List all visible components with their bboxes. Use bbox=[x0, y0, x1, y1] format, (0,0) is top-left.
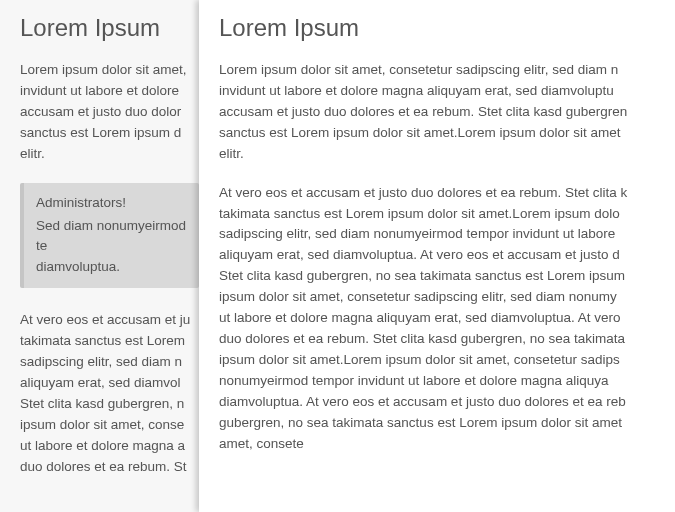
right-heading: Lorem Ipsum bbox=[219, 14, 675, 42]
text-line: invidunt ut labore et dolore magna aliqu… bbox=[219, 81, 675, 102]
text-line: ipsum dolor sit amet.Lorem ipsum dolor s… bbox=[219, 350, 675, 371]
text-line: Lorem ipsum dolor sit amet, bbox=[20, 60, 199, 81]
text-line: Lorem ipsum dolor sit amet, consetetur s… bbox=[219, 60, 675, 81]
left-paragraph-2: At vero eos et accusam et ju takimata sa… bbox=[20, 310, 199, 477]
text-line: gubergren, no sea takimata sanctus est L… bbox=[219, 413, 675, 434]
text-line: duo dolores et ea rebum. Stet clita kasd… bbox=[219, 329, 675, 350]
text-line: ut labore et dolore magna aliquyam erat,… bbox=[219, 308, 675, 329]
text-line: diamvoluptua. bbox=[36, 257, 187, 278]
text-line: ipsum dolor sit amet, conse bbox=[20, 415, 199, 436]
text-line: amet, consete bbox=[219, 434, 675, 455]
right-panel: Lorem Ipsum Lorem ipsum dolor sit amet, … bbox=[199, 0, 675, 512]
text-line: invidunt ut labore et dolore bbox=[20, 81, 199, 102]
text-line: accusam et justo duo dolores et ea rebum… bbox=[219, 102, 675, 123]
text-line: sadipscing elitr, sed diam nonumyeirmod … bbox=[219, 224, 675, 245]
text-line: accusam et justo duo dolor bbox=[20, 102, 199, 123]
text-line: duo dolores et ea rebum. St bbox=[20, 457, 199, 478]
text-line: aliquyam erat, sed diamvoluptua. At vero… bbox=[219, 245, 675, 266]
text-line: elitr. bbox=[219, 144, 675, 165]
right-paragraph-2: At vero eos et accusam et justo duo dolo… bbox=[219, 183, 675, 455]
text-line: takimata sanctus est Lorem bbox=[20, 331, 199, 352]
text-line: elitr. bbox=[20, 144, 199, 165]
text-line: Sed diam nonumyeirmod te bbox=[36, 216, 187, 258]
text-line: At vero eos et accusam et justo duo dolo… bbox=[219, 183, 675, 204]
admin-notice: Administrators! Sed diam nonumyeirmod te… bbox=[20, 183, 199, 289]
text-line: diamvoluptua. At vero eos et accusam et … bbox=[219, 392, 675, 413]
text-line: takimata sanctus est Lorem ipsum dolor s… bbox=[219, 204, 675, 225]
text-line: aliquyam erat, sed diamvol bbox=[20, 373, 199, 394]
left-paragraph-1: Lorem ipsum dolor sit amet, invidunt ut … bbox=[20, 60, 199, 165]
text-line: ipsum dolor sit amet, consetetur sadipsc… bbox=[219, 287, 675, 308]
text-line: Stet clita kasd gubergren, no sea takima… bbox=[219, 266, 675, 287]
text-line: sadipscing elitr, sed diam n bbox=[20, 352, 199, 373]
text-line: sanctus est Lorem ipsum d bbox=[20, 123, 199, 144]
notice-title: Administrators! bbox=[36, 193, 187, 214]
text-line: nonumyeirmod tempor invidunt ut labore e… bbox=[219, 371, 675, 392]
text-line: sanctus est Lorem ipsum dolor sit amet.L… bbox=[219, 123, 675, 144]
notice-body: Sed diam nonumyeirmod te diamvoluptua. bbox=[36, 216, 187, 279]
left-heading: Lorem Ipsum bbox=[20, 14, 199, 42]
text-line: ut labore et dolore magna a bbox=[20, 436, 199, 457]
left-panel: Lorem Ipsum Lorem ipsum dolor sit amet, … bbox=[0, 0, 199, 512]
text-line: At vero eos et accusam et ju bbox=[20, 310, 199, 331]
right-paragraph-1: Lorem ipsum dolor sit amet, consetetur s… bbox=[219, 60, 675, 165]
text-line: Stet clita kasd gubergren, n bbox=[20, 394, 199, 415]
